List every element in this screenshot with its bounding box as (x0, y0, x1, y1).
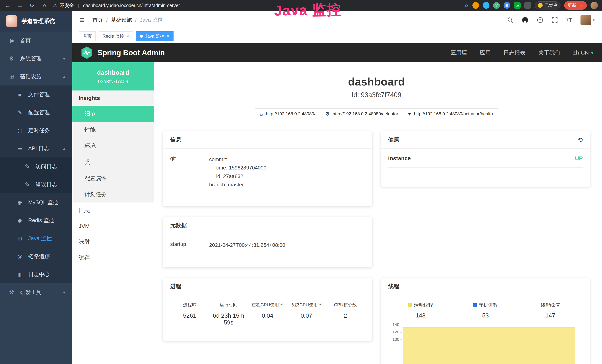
process-col-value: 5261 (170, 312, 209, 319)
card-info: 信息 git commit: time: 1596289704000 (163, 131, 372, 206)
browser-avatar[interactable] (591, 2, 598, 9)
process-col-label: CPU核心数 (326, 302, 365, 308)
tag-redis-monitor[interactable]: Redis 监控 × (99, 31, 133, 41)
sba-nav-wallboard[interactable]: 应用墙 (450, 49, 467, 57)
sba-item-caches[interactable]: 缓存 (72, 250, 154, 266)
puzzle-icon[interactable] (524, 2, 531, 9)
close-icon[interactable]: × (167, 33, 170, 39)
tag-home[interactable]: 首页 (79, 31, 96, 41)
sba-nav-journal[interactable]: 日志报表 (503, 49, 526, 57)
sba-nav-applications[interactable]: 应用 (480, 49, 491, 57)
fullscreen-icon[interactable] (552, 17, 558, 23)
search-icon[interactable] (507, 17, 513, 23)
sba-item-logs[interactable]: 日志 (72, 203, 154, 219)
vue-devtools-icon[interactable]: V (493, 2, 500, 9)
infra-icon: ⊞ (8, 73, 15, 80)
gear-icon: ⚙ (8, 55, 15, 62)
link-health-url[interactable]: ♥ http://192.168.0.2:48080/actuator/heal… (403, 108, 498, 119)
sba-item-scheduled-tasks[interactable]: 计划任务 (72, 186, 154, 203)
sba-brand[interactable]: Spring Boot Admin (81, 46, 165, 59)
forward-icon[interactable]: → (16, 2, 24, 9)
sidebar-item-dev-tools[interactable]: ⚒ 研发工具 ▾ (0, 283, 72, 301)
sba-item-environment[interactable]: 环境 (72, 138, 154, 154)
sba-item-jvm[interactable]: JVM (72, 219, 154, 234)
sidebar-item-api-log[interactable]: ▤ API 日志 ▴ (0, 139, 72, 157)
refresh-icon[interactable]: ⟳ (29, 2, 36, 9)
logo: 芋道管理系统 (0, 11, 72, 32)
breadcrumb-home[interactable]: 首页 (93, 17, 103, 23)
sidebar-item-java-monitor[interactable]: ⊡ Java 监控 (0, 229, 72, 247)
legend-label: 守护进程 (479, 302, 498, 308)
url-text: dashboard.yudao.iocoder.cn/infra/admin-s… (83, 3, 180, 8)
sidebar-item-infra[interactable]: ⊞ 基础设施 ▴ (0, 67, 72, 86)
threads-legend: 活动线程 143 守护进程 53 (388, 302, 583, 319)
database-icon: ▦ (16, 199, 23, 206)
clock-icon: ◷ (16, 127, 23, 134)
hamburger-icon[interactable]: ≡ (80, 16, 85, 24)
legend-peak-threads: 线程峰值 147 (518, 302, 583, 319)
active-dot-icon (140, 35, 143, 38)
breadcrumb-infra[interactable]: 基础设施 (111, 17, 132, 23)
tag-java-monitor[interactable]: Java 监控 × (136, 31, 173, 41)
address-bar[interactable]: ⚠ 不安全 | dashboard.yudao.iocoder.cn/infra… (53, 2, 180, 9)
sidebar-item-log-center[interactable]: ▥ 日志中心 (0, 265, 72, 283)
paused-badge[interactable]: 已暂停 (535, 1, 560, 10)
sba-item-details[interactable]: 细节 (72, 106, 154, 122)
sidebar-item-system[interactable]: ⚙ 系统管理 ▾ (0, 50, 72, 67)
update-button[interactable]: 更新 ⋮ (564, 1, 587, 10)
chevron-down-icon: ▾ (63, 290, 65, 295)
locale-select[interactable]: zh-CN ▾ (573, 50, 593, 56)
monitor-icon: ⊡ (16, 235, 23, 242)
card-title: 线程 (388, 283, 399, 290)
help-icon[interactable]: ? (537, 17, 543, 23)
sidebar-item-config-manage[interactable]: ✎ 配置管理 (0, 104, 72, 121)
sidebar-item-mysql-monitor[interactable]: ▦ MySQL 监控 (0, 193, 72, 211)
sba-item-classes[interactable]: 类 (72, 154, 154, 170)
switch-on-icon[interactable]: on (514, 2, 521, 9)
status-badge: UP (575, 155, 583, 161)
sidebar-item-redis-monitor[interactable]: ◆ Redis 监控 (0, 211, 72, 229)
info-value: commit: time: 1596289704000 id: 27aa832 … (209, 155, 365, 194)
link-service-url[interactable]: ⌂ http://192.168.0.2:48080/ (255, 108, 320, 119)
sidebar-item-label: 访问日志 (36, 163, 57, 170)
annotation-java-monitor: Java 监控 (274, 0, 342, 20)
browser-home-icon[interactable]: ⌂ (41, 2, 48, 9)
extension-lighthouse-icon[interactable] (473, 2, 479, 9)
extension-drop-icon[interactable] (483, 2, 489, 9)
tools-icon: ⚒ (8, 289, 15, 296)
process-col-label: 运行时间 (209, 302, 248, 308)
y-tick: 140 (388, 322, 403, 330)
sidebar-item-scheduled-jobs[interactable]: ◷ 定时任务 (0, 121, 72, 139)
sidebar-item-tracing[interactable]: ◎ 链路追踪 (0, 247, 72, 265)
process-pid: 进程ID 5261 (170, 302, 209, 326)
history-icon[interactable]: ⟲ (578, 136, 583, 143)
tags-bar: 首页 Redis 监控 × Java 监控 × (72, 29, 602, 43)
sidebar-menu: ◉ 首页 ⚙ 系统管理 ▾ ⊞ 基础设施 ▴ ▣ 文件管理 (0, 32, 72, 301)
system-cpu: 系统CPU使用率 0.07 (287, 302, 326, 326)
sidebar-item-access-log[interactable]: ✎ 访问日志 (0, 157, 72, 175)
close-icon[interactable]: × (126, 33, 129, 39)
sidebar-item-file-manage[interactable]: ▣ 文件管理 (0, 86, 72, 104)
git-commit-line: commit: (209, 155, 365, 163)
github-icon[interactable] (522, 17, 528, 23)
extension-grid-icon[interactable]: ▦ (504, 2, 510, 9)
card-title: 元数据 (170, 222, 187, 229)
link-actuator-url[interactable]: ⚙ http://192.168.0.2:48080/actuator (320, 108, 403, 119)
sba-logo-icon (81, 46, 93, 59)
doc-icon: ✎ (24, 181, 31, 188)
sidebar-item-home[interactable]: ◉ 首页 (0, 32, 72, 50)
sidebar-item-error-log[interactable]: ✎ 错误日志 (0, 175, 72, 193)
address-separator: | (78, 3, 79, 8)
avatar[interactable]: ▾ (580, 15, 595, 25)
back-icon[interactable]: ← (4, 2, 11, 9)
sba-item-config-props[interactable]: 配置属性 (72, 170, 154, 186)
card-title: 信息 (170, 136, 181, 143)
sba-item-mappings[interactable]: 映射 (72, 234, 154, 250)
sba-item-metrics[interactable]: 性能 (72, 122, 154, 138)
sba-nav-about[interactable]: 关于我们 (538, 49, 560, 57)
process-col-value: 2 (326, 312, 365, 319)
smiley-icon (538, 3, 543, 8)
bookmark-star-icon[interactable]: ☆ (464, 2, 469, 9)
chevron-up-icon: ▴ (63, 146, 65, 151)
font-size-icon[interactable]: TT (566, 17, 572, 24)
